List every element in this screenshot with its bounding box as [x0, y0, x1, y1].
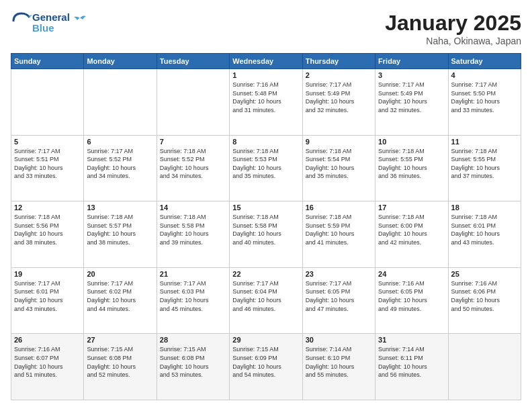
day-info: Sunrise: 7:18 AM Sunset: 5:55 PM Dayligh… [378, 147, 445, 181]
day-number: 23 [306, 270, 372, 278]
calendar-cell: 11Sunrise: 7:18 AM Sunset: 5:55 PM Dayli… [448, 135, 521, 201]
day-info: Sunrise: 7:16 AM Sunset: 5:48 PM Dayligh… [232, 81, 299, 114]
day-info: Sunrise: 7:18 AM Sunset: 5:58 PM Dayligh… [160, 213, 226, 246]
calendar-cell: 8Sunrise: 7:18 AM Sunset: 5:53 PM Daylig… [230, 135, 302, 201]
day-number: 28 [160, 336, 226, 344]
day-number: 31 [378, 336, 445, 344]
day-number: 4 [451, 71, 518, 79]
day-info: Sunrise: 7:18 AM Sunset: 6:00 PM Dayligh… [378, 213, 445, 246]
day-info: Sunrise: 7:17 AM Sunset: 5:51 PM Dayligh… [14, 147, 81, 181]
logo: General Blue [11, 11, 86, 35]
calendar-cell: 26Sunrise: 7:16 AM Sunset: 6:07 PM Dayli… [11, 334, 84, 400]
calendar-cell [448, 334, 521, 400]
day-number: 17 [378, 203, 445, 212]
calendar-cell: 28Sunrise: 7:15 AM Sunset: 6:08 PM Dayli… [157, 334, 229, 400]
day-info: Sunrise: 7:14 AM Sunset: 6:10 PM Dayligh… [306, 345, 372, 379]
day-number: 15 [232, 203, 299, 212]
day-info: Sunrise: 7:17 AM Sunset: 5:49 PM Dayligh… [378, 81, 445, 114]
col-sunday: Sunday [11, 54, 84, 69]
day-info: Sunrise: 7:18 AM Sunset: 5:59 PM Dayligh… [306, 213, 372, 246]
title-block: January 2025 Naha, Okinawa, Japan [385, 11, 521, 46]
calendar-cell [11, 69, 84, 136]
calendar-cell [157, 69, 229, 136]
day-number: 27 [87, 336, 153, 344]
day-number: 21 [160, 270, 226, 278]
calendar-cell: 31Sunrise: 7:14 AM Sunset: 6:11 PM Dayli… [375, 334, 448, 400]
col-thursday: Thursday [302, 54, 375, 69]
calendar-cell [84, 69, 157, 136]
calendar-cell: 12Sunrise: 7:18 AM Sunset: 5:56 PM Dayli… [11, 201, 84, 268]
day-info: Sunrise: 7:17 AM Sunset: 6:05 PM Dayligh… [306, 279, 372, 313]
day-info: Sunrise: 7:16 AM Sunset: 6:07 PM Dayligh… [14, 345, 81, 379]
day-info: Sunrise: 7:18 AM Sunset: 5:53 PM Dayligh… [232, 147, 299, 181]
logo-icon [11, 11, 32, 32]
day-info: Sunrise: 7:18 AM Sunset: 6:01 PM Dayligh… [451, 213, 518, 246]
day-number: 1 [232, 71, 299, 79]
col-wednesday: Wednesday [230, 54, 302, 69]
calendar-cell: 27Sunrise: 7:15 AM Sunset: 6:08 PM Dayli… [84, 334, 157, 400]
day-number: 2 [306, 71, 372, 79]
logo-line1: General [32, 12, 86, 24]
col-saturday: Saturday [448, 54, 521, 69]
day-info: Sunrise: 7:15 AM Sunset: 6:08 PM Dayligh… [87, 345, 153, 379]
calendar-cell: 30Sunrise: 7:14 AM Sunset: 6:10 PM Dayli… [302, 334, 375, 400]
calendar-cell: 19Sunrise: 7:17 AM Sunset: 6:01 PM Dayli… [11, 267, 84, 334]
day-number: 16 [306, 203, 372, 212]
day-number: 20 [87, 270, 153, 278]
calendar-cell: 10Sunrise: 7:18 AM Sunset: 5:55 PM Dayli… [375, 135, 448, 201]
day-number: 24 [378, 270, 445, 278]
logo-bird-icon [74, 13, 86, 23]
day-number: 25 [451, 270, 518, 278]
col-tuesday: Tuesday [157, 54, 229, 69]
day-info: Sunrise: 7:17 AM Sunset: 5:50 PM Dayligh… [451, 81, 518, 114]
day-number: 30 [306, 336, 372, 344]
calendar-week-2: 5Sunrise: 7:17 AM Sunset: 5:51 PM Daylig… [11, 135, 521, 201]
day-info: Sunrise: 7:18 AM Sunset: 5:57 PM Dayligh… [87, 213, 153, 246]
day-number: 13 [87, 203, 153, 212]
calendar-week-5: 26Sunrise: 7:16 AM Sunset: 6:07 PM Dayli… [11, 334, 521, 400]
day-info: Sunrise: 7:18 AM Sunset: 5:58 PM Dayligh… [232, 213, 299, 246]
calendar-cell: 15Sunrise: 7:18 AM Sunset: 5:58 PM Dayli… [230, 201, 302, 268]
calendar-cell: 29Sunrise: 7:15 AM Sunset: 6:09 PM Dayli… [230, 334, 302, 400]
col-friday: Friday [375, 54, 448, 69]
day-number: 26 [14, 336, 81, 344]
col-monday: Monday [84, 54, 157, 69]
day-number: 29 [232, 336, 299, 344]
calendar-cell: 22Sunrise: 7:17 AM Sunset: 6:04 PM Dayli… [230, 267, 302, 334]
calendar-cell: 25Sunrise: 7:16 AM Sunset: 6:06 PM Dayli… [448, 267, 521, 334]
day-info: Sunrise: 7:17 AM Sunset: 6:01 PM Dayligh… [14, 279, 81, 313]
day-number: 22 [232, 270, 299, 278]
calendar-cell: 24Sunrise: 7:16 AM Sunset: 6:05 PM Dayli… [375, 267, 448, 334]
calendar-cell: 6Sunrise: 7:17 AM Sunset: 5:52 PM Daylig… [84, 135, 157, 201]
day-info: Sunrise: 7:18 AM Sunset: 5:55 PM Dayligh… [451, 147, 518, 181]
calendar-cell: 9Sunrise: 7:18 AM Sunset: 5:54 PM Daylig… [302, 135, 375, 201]
day-info: Sunrise: 7:17 AM Sunset: 5:49 PM Dayligh… [306, 81, 372, 114]
day-number: 10 [378, 138, 445, 146]
calendar-week-1: 1Sunrise: 7:16 AM Sunset: 5:48 PM Daylig… [11, 69, 521, 136]
day-number: 11 [451, 138, 518, 146]
day-info: Sunrise: 7:17 AM Sunset: 5:52 PM Dayligh… [87, 147, 153, 181]
day-number: 14 [160, 203, 226, 212]
day-info: Sunrise: 7:15 AM Sunset: 6:08 PM Dayligh… [160, 345, 226, 379]
calendar-cell: 13Sunrise: 7:18 AM Sunset: 5:57 PM Dayli… [84, 201, 157, 268]
day-number: 7 [160, 138, 226, 146]
day-number: 9 [306, 138, 372, 146]
day-number: 12 [14, 203, 81, 212]
calendar-cell: 5Sunrise: 7:17 AM Sunset: 5:51 PM Daylig… [11, 135, 84, 201]
location: Naha, Okinawa, Japan [385, 36, 521, 46]
day-info: Sunrise: 7:17 AM Sunset: 6:02 PM Dayligh… [87, 279, 153, 313]
day-info: Sunrise: 7:17 AM Sunset: 6:04 PM Dayligh… [232, 279, 299, 313]
day-info: Sunrise: 7:16 AM Sunset: 6:06 PM Dayligh… [451, 279, 518, 313]
calendar-cell: 3Sunrise: 7:17 AM Sunset: 5:49 PM Daylig… [375, 69, 448, 136]
calendar-cell: 14Sunrise: 7:18 AM Sunset: 5:58 PM Dayli… [157, 201, 229, 268]
calendar-cell: 17Sunrise: 7:18 AM Sunset: 6:00 PM Dayli… [375, 201, 448, 268]
calendar-cell: 2Sunrise: 7:17 AM Sunset: 5:49 PM Daylig… [302, 69, 375, 136]
day-number: 19 [14, 270, 81, 278]
day-number: 6 [87, 138, 153, 146]
calendar-cell: 16Sunrise: 7:18 AM Sunset: 5:59 PM Dayli… [302, 201, 375, 268]
day-number: 8 [232, 138, 299, 146]
calendar-cell: 20Sunrise: 7:17 AM Sunset: 6:02 PM Dayli… [84, 267, 157, 334]
calendar-cell: 21Sunrise: 7:17 AM Sunset: 6:03 PM Dayli… [157, 267, 229, 334]
day-info: Sunrise: 7:17 AM Sunset: 6:03 PM Dayligh… [160, 279, 226, 313]
calendar-week-4: 19Sunrise: 7:17 AM Sunset: 6:01 PM Dayli… [11, 267, 521, 334]
